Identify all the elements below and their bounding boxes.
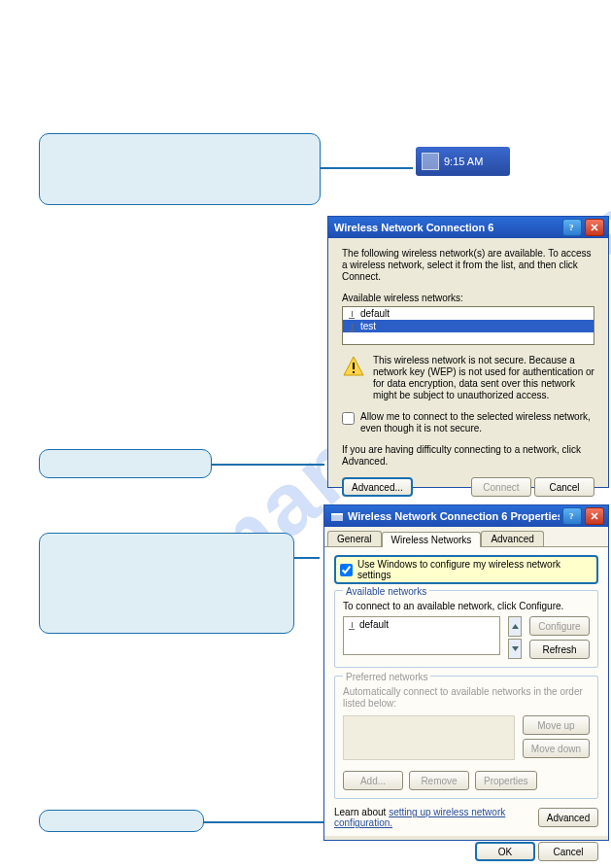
tab-wireless-networks[interactable]: Wireless Networks bbox=[382, 532, 482, 547]
antenna-icon bbox=[349, 309, 355, 319]
preferred-networks-group: Preferred networks Automatically connect… bbox=[334, 676, 598, 799]
network-tray-icon[interactable] bbox=[422, 153, 439, 170]
cancel-button[interactable]: Cancel bbox=[538, 842, 598, 861]
cancel-button[interactable]: Cancel bbox=[534, 477, 594, 497]
svg-text:?: ? bbox=[569, 223, 574, 232]
svg-rect-4 bbox=[331, 513, 343, 515]
remove-button[interactable]: Remove bbox=[409, 771, 469, 790]
advanced-button[interactable]: Advanced bbox=[538, 808, 598, 827]
available-list[interactable]: default bbox=[343, 616, 500, 655]
antenna-icon bbox=[349, 620, 355, 630]
list-item: default bbox=[343, 307, 594, 320]
allow-insecure-checkbox[interactable] bbox=[342, 412, 355, 425]
ok-button[interactable]: OK bbox=[475, 842, 535, 861]
clock: 9:15 AM bbox=[444, 156, 483, 167]
window-title: Wireless Network Connection 6 Properties bbox=[348, 510, 560, 522]
allow-insecure-label: Allow me to connect to the selected wire… bbox=[360, 411, 594, 434]
help-button[interactable]: ? bbox=[562, 219, 582, 236]
add-button[interactable]: Add... bbox=[343, 771, 403, 790]
available-hint: To connect to an available network, clic… bbox=[343, 601, 590, 612]
available-networks-group: Available networks To connect to an avai… bbox=[334, 590, 598, 668]
scroll-down-button[interactable] bbox=[508, 639, 522, 659]
use-windows-checkbox-row: Use Windows to configure my wireless net… bbox=[334, 555, 598, 584]
trouble-text: If you are having difficulty connecting … bbox=[342, 444, 594, 468]
tab-bar: General Wireless Networks Advanced bbox=[324, 527, 608, 547]
properties-button[interactable]: Properties bbox=[475, 771, 537, 790]
available-networks-list[interactable]: default test bbox=[342, 306, 594, 345]
advanced-button[interactable]: Advanced... bbox=[342, 477, 413, 497]
wireless-connection-dialog: Wireless Network Connection 6 ? The foll… bbox=[327, 216, 609, 488]
tab-general[interactable]: General bbox=[327, 531, 382, 546]
titlebar: Wireless Network Connection 6 Properties… bbox=[324, 505, 608, 527]
svg-rect-1 bbox=[353, 363, 355, 369]
move-down-button[interactable]: Move down bbox=[523, 739, 590, 758]
preferred-hint: Automatically connect to available netwo… bbox=[343, 686, 590, 710]
callout-3 bbox=[39, 533, 294, 634]
use-windows-checkbox[interactable] bbox=[340, 564, 353, 576]
system-tray: 9:15 AM bbox=[416, 147, 510, 176]
window-icon bbox=[330, 509, 344, 523]
scroll-spinner bbox=[508, 616, 522, 659]
close-button[interactable] bbox=[585, 507, 604, 525]
titlebar: Wireless Network Connection 6 ? bbox=[328, 217, 608, 238]
intro-text: The following wireless network(s) are av… bbox=[342, 248, 594, 283]
svg-rect-2 bbox=[353, 371, 355, 373]
configure-button[interactable]: Configure bbox=[529, 616, 590, 636]
list-item: test bbox=[343, 320, 594, 332]
window-title: Wireless Network Connection 6 bbox=[334, 222, 560, 233]
callout-4 bbox=[39, 810, 204, 832]
preferred-list[interactable] bbox=[343, 715, 515, 760]
warning-icon bbox=[342, 355, 365, 378]
close-button[interactable] bbox=[585, 219, 604, 236]
callout-1 bbox=[39, 133, 321, 205]
move-up-button[interactable]: Move up bbox=[523, 715, 590, 735]
available-label: Available wireless networks: bbox=[342, 293, 594, 303]
callout-2 bbox=[39, 449, 212, 478]
scroll-up-button[interactable] bbox=[508, 616, 522, 637]
group-title: Preferred networks bbox=[343, 672, 430, 682]
antenna-icon bbox=[349, 322, 355, 331]
use-windows-label: Use Windows to configure my wireless net… bbox=[357, 559, 593, 580]
learn-text: Learn about setting up wireless network … bbox=[334, 807, 538, 828]
wireless-properties-dialog: Wireless Network Connection 6 Properties… bbox=[323, 504, 609, 841]
group-title: Available networks bbox=[343, 586, 429, 597]
help-button[interactable]: ? bbox=[562, 507, 582, 525]
svg-text:?: ? bbox=[569, 511, 574, 521]
warning-text: This wireless network is not secure. Bec… bbox=[373, 355, 594, 401]
tab-advanced[interactable]: Advanced bbox=[481, 531, 543, 546]
connect-button[interactable]: Connect bbox=[471, 477, 531, 497]
refresh-button[interactable]: Refresh bbox=[529, 640, 590, 659]
